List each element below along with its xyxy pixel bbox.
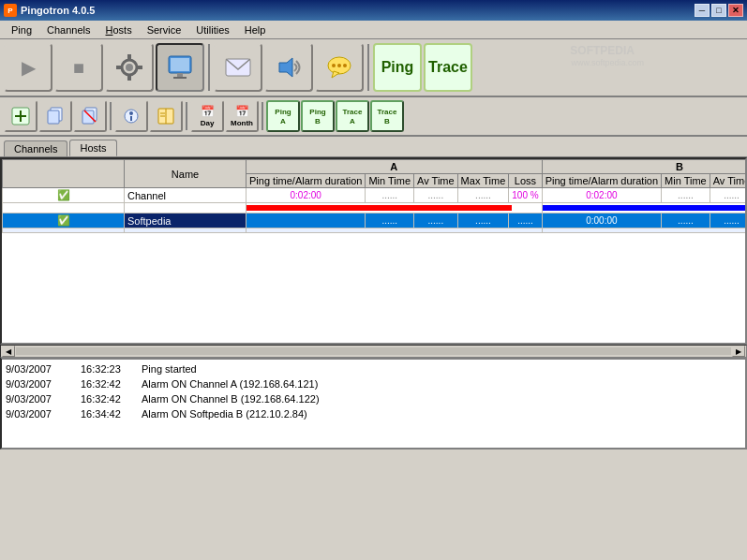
menu-help[interactable]: Help [237, 23, 274, 37]
horizontal-scrollbar[interactable]: ◀ ▶ [0, 345, 747, 358]
trace-b-top: Trace [378, 108, 397, 116]
svg-point-16 [343, 64, 347, 67]
row-a-ping: 0:02:00 [247, 188, 366, 203]
ping-label: Ping [381, 59, 414, 76]
delete-button[interactable] [73, 100, 107, 132]
menu-hosts[interactable]: Hosts [98, 23, 140, 37]
book-button[interactable] [149, 100, 183, 132]
ping-button[interactable]: Ping [373, 43, 422, 92]
email-icon [223, 52, 253, 82]
data-table-area[interactable]: Name A B Ping time/Alarm duration Min Ti… [0, 157, 747, 345]
menu-ping[interactable]: Ping [4, 23, 39, 37]
col-b-min: Min Time [662, 174, 710, 188]
add-icon [11, 107, 30, 125]
svg-marker-11 [279, 58, 292, 77]
secondary-toolbar: 📅 Day 📅 Month Ping A Ping B Trace A Trac… [0, 97, 747, 137]
trace-a-label: A [350, 117, 355, 125]
month-label: Month [231, 119, 253, 127]
log-time: 16:32:42 [81, 376, 132, 391]
menu-channels[interactable]: Channels [39, 23, 97, 37]
ping-a-label: A [280, 117, 286, 125]
col-a-loss: Loss [509, 174, 542, 188]
stop-icon: ■ [73, 58, 84, 77]
col-a-ping: Ping time/Alarm duration [247, 174, 366, 188]
stop-button[interactable]: ■ [54, 43, 103, 92]
svg-rect-5 [137, 66, 142, 69]
row-bar-name [125, 228, 247, 233]
menu-utilities[interactable]: Utilities [188, 23, 236, 37]
menu-bar: Ping Channels Hosts Service Utilities He… [0, 21, 747, 39]
trace-a-top: Trace [343, 108, 363, 116]
row-bar-name [125, 203, 247, 214]
col-a-av: Av Time [414, 174, 458, 188]
ping-a-button[interactable]: Ping A [266, 100, 300, 132]
log-date: 9/03/2007 [6, 391, 71, 406]
svg-rect-4 [116, 66, 122, 69]
col-a-min: Min Time [366, 174, 414, 188]
copy-button[interactable] [38, 100, 72, 132]
trace-b-button[interactable]: Trace B [370, 100, 404, 132]
log-time: 16:34:42 [81, 406, 132, 421]
chat-button[interactable] [315, 43, 364, 92]
app-title: Pingotron 4.0.5 [21, 5, 95, 16]
col-b-av: Av Time [710, 174, 747, 188]
col-group-a: A [247, 160, 543, 174]
scroll-left-button[interactable]: ◀ [2, 346, 15, 357]
settings-button[interactable] [105, 43, 154, 92]
email-button[interactable] [214, 43, 262, 92]
svg-rect-21 [48, 111, 59, 124]
ping-b-button[interactable]: Ping B [301, 100, 335, 132]
row-a-min: ...... [366, 188, 414, 203]
trace-button[interactable]: Trace [424, 43, 472, 92]
log-time: 16:32:23 [81, 361, 132, 376]
add-button[interactable] [4, 100, 37, 132]
log-entry: 9/03/200716:32:23Ping started [6, 361, 741, 376]
day-button[interactable]: 📅 Day [190, 100, 224, 132]
svg-point-15 [337, 64, 341, 67]
chat-icon [324, 52, 354, 82]
svg-point-1 [126, 64, 133, 71]
scroll-track[interactable] [16, 347, 731, 355]
row-a-bar [247, 228, 543, 233]
log-date: 9/03/2007 [6, 376, 71, 391]
volume-button[interactable] [264, 43, 313, 92]
tb2-sep3 [261, 102, 263, 130]
delete-icon [81, 107, 99, 125]
svg-rect-2 [127, 54, 131, 60]
row-a-loss: ...... [509, 214, 542, 228]
menu-service[interactable]: Service [140, 23, 189, 37]
tab-channels[interactable]: Channels [4, 140, 67, 156]
row-a-ping [247, 214, 366, 228]
log-area: 9/03/200716:32:23Ping started9/03/200716… [0, 358, 747, 449]
scroll-right-button[interactable]: ▶ [732, 346, 745, 357]
close-button[interactable]: ✕ [728, 4, 743, 17]
trace-b-label: B [384, 117, 390, 125]
properties-icon [122, 107, 141, 125]
maximize-button[interactable]: □ [711, 4, 726, 17]
settings-icon [114, 52, 144, 82]
book-icon [157, 107, 175, 125]
row-a-max: ...... [457, 214, 509, 228]
row-checkbox[interactable]: ✅ [3, 214, 125, 228]
col-header-name: Name [125, 160, 247, 188]
ping-b-label: B [315, 117, 321, 125]
volume-icon [274, 52, 304, 82]
trace-a-button[interactable]: Trace A [336, 100, 369, 132]
play-icon: ▶ [22, 58, 36, 77]
svg-rect-3 [127, 75, 131, 81]
svg-point-26 [129, 111, 133, 115]
log-entry: 9/03/200716:34:42Alarm ON Softpedia B (2… [6, 406, 741, 421]
tab-hosts[interactable]: Hosts [69, 140, 116, 156]
row-bar-check [3, 228, 125, 233]
properties-button[interactable] [114, 100, 148, 132]
minimize-button[interactable]: ─ [695, 4, 710, 17]
row-a-av: ...... [414, 214, 458, 228]
watermark: SOFTPEDIA [570, 44, 635, 57]
monitor-button[interactable] [156, 43, 204, 92]
row-a-max: ...... [457, 188, 509, 203]
row-checkbox[interactable]: ✅ [3, 188, 125, 203]
log-date: 9/03/2007 [6, 361, 71, 376]
play-button[interactable]: ▶ [4, 43, 52, 92]
row-b-ping: 0:00:00 [542, 214, 661, 228]
month-button[interactable]: 📅 Month [225, 100, 259, 132]
